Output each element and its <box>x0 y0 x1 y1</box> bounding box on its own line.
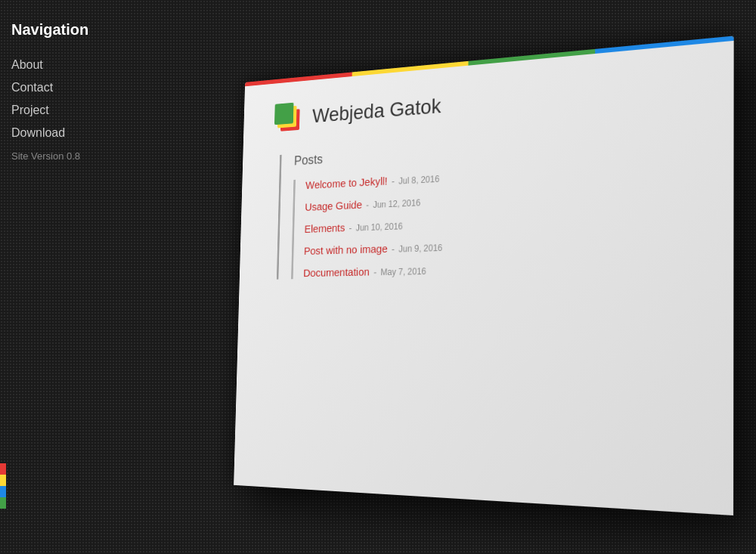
post-separator-0: - <box>392 175 395 187</box>
color-bar-yellow <box>0 475 6 486</box>
color-bar <box>0 463 6 509</box>
nav-heading: Navigation <box>11 15 159 45</box>
post-date-3: Jun 9, 2016 <box>398 243 442 254</box>
site-version: Site Version 0.8 <box>11 147 159 165</box>
sidebar-item-about[interactable]: About <box>11 54 159 76</box>
post-link-4[interactable]: Documentation <box>303 265 370 278</box>
post-separator-4: - <box>373 266 376 277</box>
post-date-4: May 7, 2016 <box>380 266 426 277</box>
posts-section: Posts Welcome to Jekyll! - Jul 8, 2016 U… <box>277 127 692 279</box>
logo-layer-green <box>274 102 293 125</box>
list-item: Elements - Jun 10, 2016 <box>305 207 692 234</box>
post-date-1: Jun 12, 2016 <box>373 197 420 209</box>
sidebar-item-project[interactable]: Project <box>11 99 159 122</box>
site-header: Webjeda Gatok <box>274 68 692 134</box>
color-bar-blue <box>0 486 6 497</box>
post-link-0[interactable]: Welcome to Jekyll! <box>305 174 388 190</box>
browser-wrapper: Webjeda Gatok Posts Welcome to Jekyll! -… <box>234 36 734 515</box>
sidebar-item-contact[interactable]: Contact <box>11 76 159 99</box>
post-link-2[interactable]: Elements <box>305 221 345 234</box>
post-separator-1: - <box>366 199 369 210</box>
sidebar-item-download[interactable]: Download <box>11 122 159 144</box>
post-separator-2: - <box>349 222 352 233</box>
sidebar: Navigation About Contact Project Downloa… <box>0 0 159 554</box>
post-link-1[interactable]: Usage Guide <box>305 198 362 213</box>
post-list: Welcome to Jekyll! - Jul 8, 2016 Usage G… <box>291 157 691 279</box>
browser-frame: Webjeda Gatok Posts Welcome to Jekyll! -… <box>234 36 734 515</box>
list-item: Documentation - May 7, 2016 <box>303 258 691 279</box>
post-link-3[interactable]: Post with no image <box>304 242 388 256</box>
list-item: Post with no image - Jun 9, 2016 <box>304 232 691 256</box>
browser-content: Webjeda Gatok Posts Welcome to Jekyll! -… <box>234 40 734 515</box>
post-date-0: Jul 8, 2016 <box>398 173 439 185</box>
site-title: Webjeda Gatok <box>312 94 442 127</box>
logo-icon <box>274 101 303 134</box>
post-date-2: Jun 10, 2016 <box>356 221 403 233</box>
color-bar-green <box>0 497 6 509</box>
main-content: Webjeda Gatok Posts Welcome to Jekyll! -… <box>159 0 756 554</box>
color-bar-red <box>0 463 6 475</box>
post-separator-3: - <box>392 243 395 255</box>
